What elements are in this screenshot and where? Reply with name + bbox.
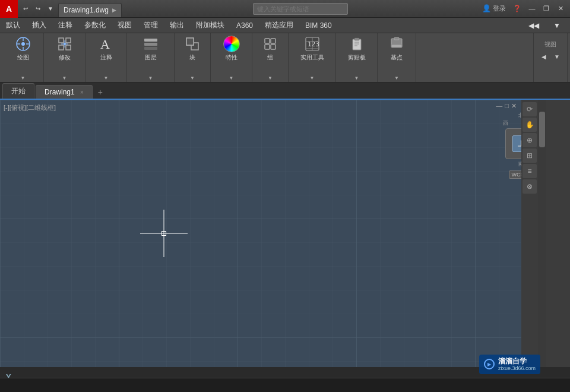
tab-start-label: 开始 [11,87,26,95]
svg-rect-36 [394,37,399,40]
utilities-label: 实用工具 [300,53,324,62]
application-window: A ↩ ↪ ▼ Drawing1.dwg ▶ 👤 登录 ❓ — ❐ ✕ 默认 插… [0,0,570,392]
help-btn[interactable]: ❓ [511,5,524,12]
user-login-btn[interactable]: 👤 登录 [480,4,508,13]
svg-rect-14 [144,39,157,42]
tool-2[interactable]: ⊗ [522,179,537,194]
svg-rect-9 [66,45,71,50]
menu-collapse[interactable]: ◀◀ [522,19,545,32]
tool-orbit[interactable]: ⟳ [522,102,537,116]
block-button[interactable]: 块 [179,36,205,62]
grid-canvas [0,100,546,367]
menu-default[interactable]: 默认 [0,18,26,33]
tab-drawing1[interactable]: Drawing1 × [36,85,93,99]
menu-featured[interactable]: 精选应用 [259,18,299,33]
clipboard-button[interactable]: 剪贴板 [344,36,370,62]
drawing-area[interactable]: [-][俯视][二维线框] — □ ✕ [0,100,546,367]
annotate-label: 注释 [100,53,112,62]
watermark-url: zixue.3d66.com [498,365,536,372]
menu-a360[interactable]: A360 [230,19,259,32]
menu-output[interactable]: 输出 [164,18,190,33]
tool-zoom[interactable]: ⊕ [522,133,537,147]
tab-add-btn[interactable]: + [94,86,107,99]
ribbon-group-draw: 绘图 ▼ [2,33,44,82]
menu-annotate[interactable]: 注释 [52,18,78,33]
autocad-logo[interactable]: A [0,0,18,18]
svg-rect-20 [265,39,270,43]
menu-view[interactable]: 视图 [112,18,138,33]
viewcube-west: 西 [503,119,508,127]
viewport-controls: — □ ✕ [496,102,517,110]
modify-button[interactable]: 修改 [52,36,78,62]
file-tab[interactable]: Drawing1.dwg ▶ [58,3,122,17]
viewport-restore[interactable]: □ [505,102,509,110]
login-label: 登录 [493,5,506,12]
menu-expand[interactable]: ▼ [547,19,566,32]
ribbon-group-groups: 组 ▼ [252,33,289,82]
view-label: 视图 [544,36,556,49]
svg-rect-38 [0,100,546,367]
tab-start[interactable]: 开始 [2,83,34,99]
file-tab-arrow: ▶ [112,7,116,13]
bottom-area: Y ▶ 溜溜自学 zixue.3d66.com [0,367,570,392]
ribbon-group-modify: 修改 ▼ [44,33,86,82]
clipboard-footer: ▼ [336,75,377,81]
quick-access-toolbar: ↩ ↪ ▼ [18,4,58,14]
color-wheel-icon [223,36,240,52]
ribbon-group-basepoint: 基点 ▼ [378,33,416,82]
draw-button[interactable]: 绘图 [10,36,36,62]
menu-bar: 默认 插入 注释 参数化 视图 管理 输出 附加模块 A360 精选应用 BIM… [0,18,570,33]
clipboard-label: 剪贴板 [348,53,366,62]
qa-undo[interactable]: ↩ [20,4,31,14]
ribbon-view-toggle: 视图 ◀ ▼ [533,33,568,82]
ribbon-expand-btn[interactable]: ▼ [552,51,562,62]
command-line [0,378,570,392]
menu-manage[interactable]: 管理 [138,18,164,33]
scrollbar-thumb[interactable] [539,112,545,147]
layer-button[interactable]: 图层 [138,36,164,62]
svg-rect-22 [271,39,276,43]
svg-rect-16 [144,47,157,50]
viewport-minimize[interactable]: — [496,102,502,110]
menu-parametric[interactable]: 参数化 [78,18,112,33]
menu-bim360[interactable]: BIM 360 [299,19,338,32]
svg-rect-6 [59,38,64,43]
draw-footer: ▼ [2,75,43,81]
layer-label: 图层 [145,53,157,62]
annotate-button[interactable]: A 注释 [93,36,119,62]
tab-close-btn[interactable]: × [80,89,84,96]
groups-button[interactable]: 组 [257,36,283,62]
menu-insert[interactable]: 插入 [26,18,52,33]
ribbon-group-properties: 特性 ▼ [211,33,252,82]
qa-expand[interactable]: ▼ [45,4,56,14]
watermark-text: 溜溜自学 zixue.3d66.com [498,357,536,372]
tool-zoom-extent[interactable]: ⊞ [522,148,537,163]
svg-rect-29 [353,39,361,50]
properties-button[interactable]: 特性 [218,36,245,62]
ribbon-group-block: 块 ▼ [175,33,211,82]
title-right-controls: 👤 登录 ❓ — ❐ ✕ [480,3,570,15]
modify-label: 修改 [59,53,71,62]
layer-footer: ▼ [127,75,174,81]
right-scrollbar[interactable] [538,100,546,367]
command-input[interactable] [5,382,565,389]
close-btn[interactable]: ✕ [555,3,566,15]
viewport-close[interactable]: ✕ [511,102,517,110]
tool-1[interactable]: ≡ [522,164,537,178]
menu-addons[interactable]: 附加模块 [190,18,230,33]
watermark-logo-icon: ▶ [484,359,495,369]
ribbon-collapse-btn[interactable]: ◀ [539,51,549,62]
groups-footer: ▼ [252,75,288,81]
watermark-badge: ▶ 溜溜自学 zixue.3d66.com [479,355,540,374]
minimize-btn[interactable]: — [526,3,538,15]
search-input[interactable] [253,3,348,15]
restore-btn[interactable]: ❐ [540,3,552,15]
tool-pan[interactable]: ✋ [522,118,537,132]
qa-redo[interactable]: ↪ [33,4,43,14]
utilities-footer: ▼ [289,75,335,81]
basepoint-button[interactable]: 基点 [384,36,410,62]
block-footer: ▼ [175,75,210,81]
groups-label: 组 [267,53,273,62]
utilities-button[interactable]: 123 实用工具 [299,36,325,62]
svg-point-1 [21,42,25,46]
